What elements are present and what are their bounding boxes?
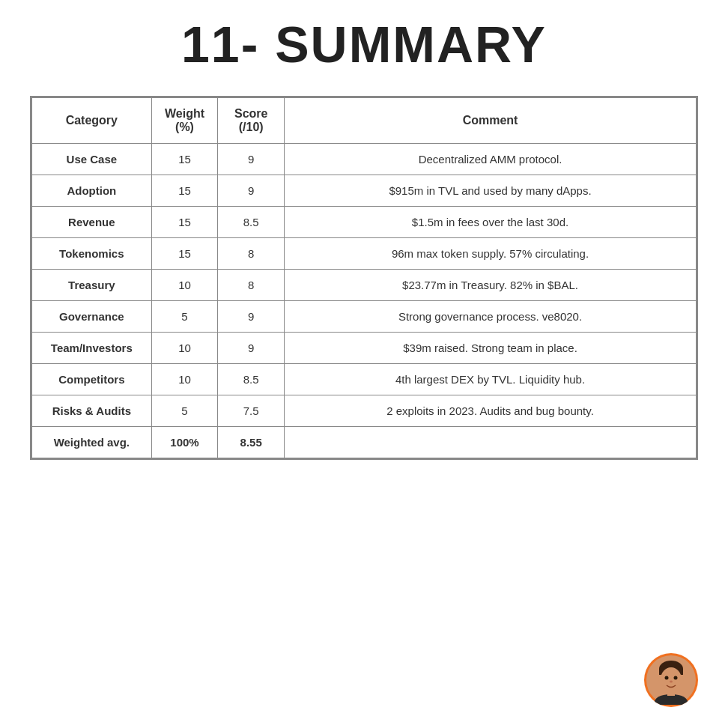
cell-comment: $39m raised. Strong team in place.: [285, 333, 697, 364]
svg-point-7: [658, 676, 663, 682]
cell-comment: Decentralized AMM protocol.: [285, 144, 697, 175]
page-title: 11- SUMMARY: [181, 15, 547, 73]
cell-score: 8.5: [218, 364, 285, 395]
cell-weight: 10: [151, 364, 218, 395]
cell-category: Risks & Audits: [32, 395, 152, 427]
cell-comment: 4th largest DEX by TVL. Liquidity hub.: [285, 364, 697, 395]
header-score: Score (/10): [218, 98, 285, 144]
table-row: Governance59Strong governance process. v…: [32, 301, 697, 333]
cell-weight: 5: [151, 395, 218, 427]
cell-category: Revenue: [32, 207, 152, 238]
cell-category: Governance: [32, 301, 152, 333]
cell-category: Adoption: [32, 175, 152, 207]
table-row: Adoption159$915m in TVL and used by many…: [32, 175, 697, 207]
cell-score: 8: [218, 270, 285, 301]
cell-score: 9: [218, 175, 285, 207]
cell-weight: 15: [151, 175, 218, 207]
svg-point-8: [679, 676, 684, 682]
cell-category: Competitors: [32, 364, 152, 395]
table-row: Tokenomics15896m max token supply. 57% c…: [32, 238, 697, 270]
cell-weight: 10: [151, 333, 218, 364]
cell-category: Team/Investors: [32, 333, 152, 364]
cell-score: 8: [218, 238, 285, 270]
cell-category: Treasury: [32, 270, 152, 301]
cell-comment: $1.5m in fees over the last 30d.: [285, 207, 697, 238]
cell-weight: 15: [151, 144, 218, 175]
table-row: Team/Investors109$39m raised. Strong tea…: [32, 333, 697, 364]
header-category: Category: [32, 98, 152, 144]
header-weight: Weight (%): [151, 98, 218, 144]
cell-weight: 5: [151, 301, 218, 333]
cell-weight: 15: [151, 207, 218, 238]
cell-comment: 2 exploits in 2023. Audits and bug bount…: [285, 395, 697, 427]
cell-comment: Strong governance process. ve8020.: [285, 301, 697, 333]
cell-weight: 10: [151, 270, 218, 301]
svg-point-5: [674, 676, 678, 680]
table-row: Competitors108.54th largest DEX by TVL. …: [32, 364, 697, 395]
cell-comment: 96m max token supply. 57% circulating.: [285, 238, 697, 270]
table-row: Risks & Audits57.52 exploits in 2023. Au…: [32, 395, 697, 427]
table-row: Treasury108$23.77m in Treasury. 82% in $…: [32, 270, 697, 301]
table-footer-row: Weighted avg.100%8.55: [32, 427, 697, 458]
cell-score: 9: [218, 301, 285, 333]
svg-point-6: [670, 681, 673, 683]
svg-rect-9: [667, 690, 675, 696]
footer-comment: [285, 427, 697, 458]
table-row: Revenue158.5$1.5m in fees over the last …: [32, 207, 697, 238]
svg-point-4: [665, 676, 669, 680]
footer-weight: 100%: [151, 427, 218, 458]
cell-comment: $23.77m in Treasury. 82% in $BAL.: [285, 270, 697, 301]
table-row: Use Case159Decentralized AMM protocol.: [32, 144, 697, 175]
footer-score: 8.55: [218, 427, 285, 458]
cell-comment: $915m in TVL and used by many dApps.: [285, 175, 697, 207]
summary-table: Category Weight (%) Score (/10) Comment …: [30, 96, 698, 460]
cell-category: Tokenomics: [32, 238, 152, 270]
avatar: [644, 653, 698, 707]
cell-score: 7.5: [218, 395, 285, 427]
cell-category: Use Case: [32, 144, 152, 175]
cell-weight: 15: [151, 238, 218, 270]
cell-score: 9: [218, 333, 285, 364]
header-comment: Comment: [285, 98, 697, 144]
cell-score: 9: [218, 144, 285, 175]
cell-score: 8.5: [218, 207, 285, 238]
footer-category: Weighted avg.: [32, 427, 152, 458]
